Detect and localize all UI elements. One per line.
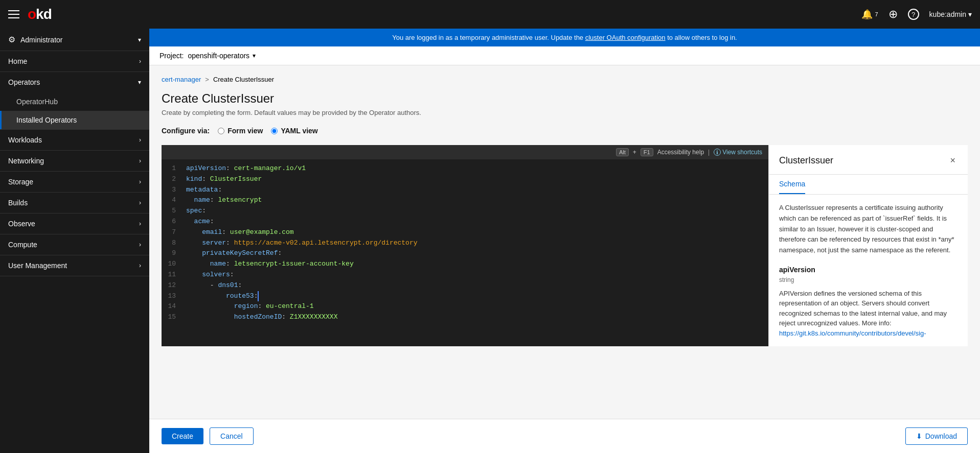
code-line-15: hostedZoneID: Z1XXXXXXXXXX bbox=[186, 312, 764, 323]
project-name: openshift-operators bbox=[188, 52, 249, 60]
view-shortcuts-link[interactable]: ℹView shortcuts bbox=[714, 149, 762, 156]
kbd-alt: Alt bbox=[616, 148, 629, 156]
schema-panel: ClusterIssuer × Schema A ClusterIssuer r… bbox=[768, 145, 968, 346]
code-line-12: - dns01: bbox=[186, 280, 764, 291]
help-button[interactable]: ? bbox=[908, 9, 919, 20]
code-line-6: acme: bbox=[186, 217, 764, 227]
code-line-9: privateKeySecretRef: bbox=[186, 248, 764, 259]
cancel-button[interactable]: Cancel bbox=[210, 427, 254, 445]
download-icon: ⬇ bbox=[916, 432, 922, 440]
schema-field-type: string bbox=[779, 275, 958, 285]
sidebar-item-home[interactable]: Home › bbox=[0, 51, 149, 71]
form-view-option[interactable]: Form view bbox=[218, 127, 263, 135]
user-chevron-icon: ▾ bbox=[968, 10, 972, 18]
question-icon: ? bbox=[908, 9, 919, 20]
schema-close-button[interactable]: × bbox=[948, 153, 958, 168]
editor-wrapper: Alt + F1 Accessibility help | ℹView shor… bbox=[162, 145, 968, 346]
storage-chevron-icon: › bbox=[139, 178, 141, 185]
line-numbers: 12345 678910 1112131415 bbox=[162, 163, 182, 323]
sidebar-item-user-management[interactable]: User Management › bbox=[0, 255, 149, 276]
code-line-4: name: letsencrypt bbox=[186, 195, 764, 206]
compute-chevron-icon: › bbox=[139, 241, 141, 248]
sidebar-item-networking-label: Networking bbox=[8, 157, 44, 165]
yaml-view-label[interactable]: YAML view bbox=[281, 127, 317, 135]
admin-banner: You are logged in as a temporary adminis… bbox=[149, 29, 980, 46]
sidebar-item-compute[interactable]: Compute › bbox=[0, 234, 149, 255]
project-label: Project: bbox=[159, 52, 184, 60]
yaml-view-option[interactable]: YAML view bbox=[271, 127, 317, 135]
networking-chevron-icon: › bbox=[139, 157, 141, 164]
breadcrumb-current: Create ClusterIssuer bbox=[213, 76, 274, 83]
project-selector[interactable]: openshift-operators ▾ bbox=[188, 52, 256, 60]
accessibility-help-text: Accessibility help bbox=[657, 149, 704, 156]
sidebar-item-networking[interactable]: Networking › bbox=[0, 151, 149, 171]
sidebar-section-workloads: Workloads › bbox=[0, 130, 149, 151]
kbd-plus: + bbox=[633, 149, 636, 156]
sidebar-section-home: Home › bbox=[0, 51, 149, 72]
workloads-chevron-icon: › bbox=[139, 136, 141, 144]
operatorhub-label: OperatorHub bbox=[16, 98, 58, 106]
form-view-radio[interactable] bbox=[218, 128, 224, 134]
download-button[interactable]: ⬇ Download bbox=[905, 427, 968, 445]
create-button[interactable]: Create bbox=[162, 428, 203, 444]
sidebar-section-storage: Storage › bbox=[0, 172, 149, 193]
sidebar-item-observe[interactable]: Observe › bbox=[0, 213, 149, 234]
sidebar-role-label: Administrator bbox=[20, 36, 62, 44]
sidebar-item-workloads[interactable]: Workloads › bbox=[0, 130, 149, 150]
sidebar-item-user-management-label: User Management bbox=[8, 261, 67, 270]
breadcrumb-parent-link[interactable]: cert-manager bbox=[162, 76, 201, 83]
banner-text-prefix: You are logged in as a temporary adminis… bbox=[392, 34, 585, 41]
yaml-editor[interactable]: Alt + F1 Accessibility help | ℹView shor… bbox=[162, 145, 768, 346]
sidebar-item-workloads-label: Workloads bbox=[8, 136, 42, 144]
form-view-label[interactable]: Form view bbox=[227, 127, 263, 135]
logo-kd: kd bbox=[36, 6, 52, 22]
code-content[interactable]: apiVersion: cert-manager.io/v1 kind: Clu… bbox=[182, 163, 768, 323]
navbar-icons: 🔔 7 ⊕ ? kube:admin ▾ bbox=[861, 8, 972, 21]
user-mgmt-chevron-icon: › bbox=[139, 262, 141, 269]
sidebar-section-builds: Builds › bbox=[0, 193, 149, 213]
sidebar-role-selector[interactable]: ⚙ Administrator ▾ bbox=[0, 29, 149, 51]
yaml-view-radio[interactable] bbox=[271, 128, 278, 134]
toolbar-separator: | bbox=[708, 149, 710, 156]
hamburger-menu[interactable] bbox=[8, 10, 19, 18]
navbar: okd 🔔 7 ⊕ ? kube:admin ▾ bbox=[0, 0, 980, 29]
sidebar-item-home-label: Home bbox=[8, 57, 27, 65]
sidebar-item-operators[interactable]: Operators ▾ bbox=[0, 72, 149, 92]
code-line-7: email: user@example.com bbox=[186, 227, 764, 238]
schema-body: A ClusterIssuer represents a certificate… bbox=[769, 195, 968, 346]
schema-field-desc: APIVersion defines the versioned schema … bbox=[779, 289, 958, 339]
editor-body[interactable]: 12345 678910 1112131415 apiVersion: cert… bbox=[162, 159, 768, 327]
schema-field-link[interactable]: https://git.k8s.io/community/contributor… bbox=[779, 329, 926, 337]
schema-field-apiversion: apiVersion string APIVersion defines the… bbox=[779, 264, 958, 338]
sidebar-item-storage[interactable]: Storage › bbox=[0, 172, 149, 192]
schema-tab-schema[interactable]: Schema bbox=[779, 175, 805, 194]
sidebar-section-observe: Observe › bbox=[0, 213, 149, 234]
project-chevron-icon: ▾ bbox=[253, 52, 256, 59]
sidebar-section-compute: Compute › bbox=[0, 234, 149, 255]
code-line-1: apiVersion: cert-manager.io/v1 bbox=[186, 163, 764, 174]
sidebar: ⚙ Administrator ▾ Home › Operators ▾ Ope… bbox=[0, 29, 149, 453]
code-line-5: spec: bbox=[186, 206, 764, 217]
sidebar-item-operatorhub[interactable]: OperatorHub bbox=[0, 92, 149, 111]
schema-tabs: Schema bbox=[769, 175, 968, 195]
logo: okd bbox=[28, 6, 52, 22]
cluster-oauth-link[interactable]: cluster OAuth configuration bbox=[585, 34, 666, 41]
code-line-10: name: letsencrypt-issuer-account-key bbox=[186, 259, 764, 270]
sidebar-item-installed-operators[interactable]: Installed Operators bbox=[0, 111, 149, 129]
sidebar-item-compute-label: Compute bbox=[8, 241, 37, 249]
page-title: Create ClusterIssuer bbox=[162, 91, 968, 106]
sidebar-item-operators-label: Operators bbox=[8, 78, 40, 86]
sidebar-section-networking: Networking › bbox=[0, 151, 149, 172]
bell-icon: 🔔 bbox=[861, 9, 873, 20]
code-line-2: kind: ClusterIssuer bbox=[186, 174, 764, 185]
sidebar-item-storage-label: Storage bbox=[8, 178, 33, 186]
configure-via: Configure via: Form view YAML view bbox=[162, 127, 968, 135]
schema-header: ClusterIssuer × bbox=[769, 145, 968, 175]
kbd-f1: F1 bbox=[641, 148, 653, 156]
add-button[interactable]: ⊕ bbox=[888, 8, 898, 21]
user-menu-button[interactable]: kube:admin ▾ bbox=[929, 10, 972, 18]
schema-field-name: apiVersion bbox=[779, 264, 958, 275]
notifications-button[interactable]: 🔔 7 bbox=[861, 9, 878, 20]
sidebar-item-builds[interactable]: Builds › bbox=[0, 193, 149, 213]
breadcrumb: cert-manager > Create ClusterIssuer bbox=[162, 76, 968, 83]
